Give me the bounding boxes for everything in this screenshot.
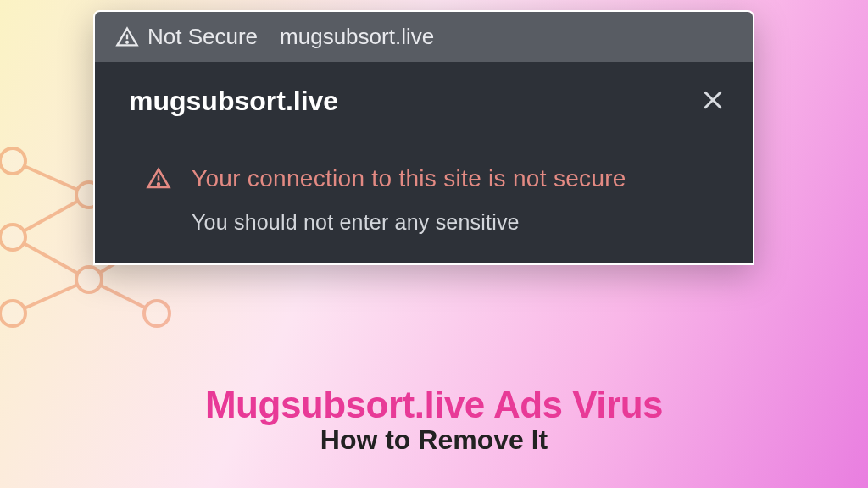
svg-point-12 [76,267,102,292]
close-button[interactable] [700,87,726,116]
address-url[interactable]: mugsubsort.live [280,24,434,50]
warning-triangle-icon [146,166,171,191]
browser-mockup: Not Secure mugsubsort.live mugsubsort.li… [93,10,754,265]
headline-subtitle: How to Remove It [0,424,868,456]
site-info-popover: mugsubsort.live Your connection to this … [95,62,753,263]
security-label: Not Secure [147,24,258,50]
svg-point-10 [0,301,25,326]
promo-card: SENSORS TECH FORUM [0,0,868,488]
close-icon [700,87,726,113]
svg-point-9 [0,225,25,250]
headline-title: Mugsubsort.live Ads Virus [0,384,868,426]
address-bar: Not Secure mugsubsort.live [95,12,753,62]
svg-point-8 [0,148,25,174]
svg-point-15 [144,301,170,326]
svg-point-21 [158,183,159,185]
svg-point-17 [126,41,128,42]
connection-warning-subtext: You should not enter any sensitive [129,210,726,235]
connection-warning-row: Your connection to this site is not secu… [129,163,726,195]
warning-triangle-icon [115,25,139,49]
connection-warning-text: Your connection to this site is not secu… [192,163,626,195]
headline-block: Mugsubsort.live Ads Virus How to Remove … [0,384,868,456]
popover-site-title: mugsubsort.live [129,86,338,117]
security-indicator[interactable]: Not Secure [115,24,258,50]
